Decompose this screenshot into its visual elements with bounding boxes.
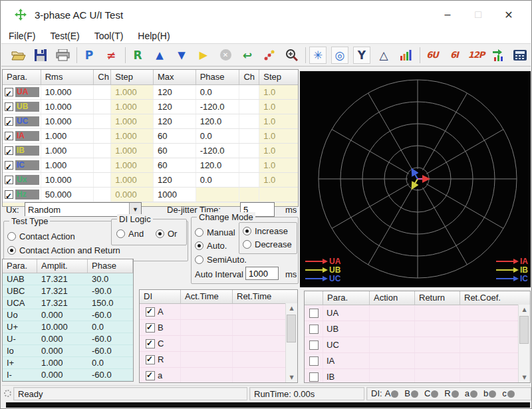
wye-connection-icon[interactable]: Y [353, 47, 370, 64]
scroll-down-icon[interactable]: ▼ [519, 372, 530, 382]
rms-cell[interactable]: 50.000 [41, 188, 94, 202]
ch-cell[interactable] [94, 85, 111, 99]
step-cell[interactable]: 1.000 [111, 114, 154, 128]
max-cell[interactable]: 60 [154, 158, 196, 172]
table-row[interactable]: UC [305, 337, 530, 353]
table-row[interactable]: IB 1.000 1.000 60 -120.0 1.0 [3, 144, 298, 158]
radio-semiauto[interactable]: SemiAuto. [195, 255, 247, 265]
ch-cell[interactable] [94, 100, 111, 114]
radio-icon[interactable] [156, 229, 164, 238]
phase-diff-icon[interactable]: ≠ [102, 47, 120, 64]
ch-cell[interactable] [94, 144, 111, 158]
step-cell[interactable]: 1.0 [259, 129, 298, 143]
step-cell[interactable]: 1.0 [259, 173, 298, 187]
save-icon[interactable] [32, 47, 49, 64]
di-checkbox[interactable] [146, 371, 155, 380]
phase-cell[interactable]: 0.0 [196, 85, 240, 99]
radio-auto[interactable]: Auto. [195, 241, 227, 251]
ch-cell[interactable] [239, 85, 259, 99]
table-row[interactable]: IA 1.000 1.000 60 0.0 1.0 [3, 129, 298, 144]
table-row[interactable]: UA 10.000 1.000 120 0.0 1.0 [3, 85, 298, 100]
step-cell[interactable]: 1.0 [259, 85, 298, 99]
close-button[interactable]: ✕ [493, 5, 524, 25]
param-checkbox[interactable] [5, 117, 13, 126]
stop-icon[interactable]: ✕ [217, 47, 234, 64]
ch-cell[interactable] [94, 114, 111, 128]
result-checkbox[interactable] [309, 341, 319, 350]
table-row[interactable]: IC 1.000 1.000 60 120.0 1.0 [3, 158, 298, 173]
scroll-down-icon[interactable]: ▼ [286, 372, 297, 382]
step-cell[interactable]: 1.000 [111, 144, 154, 158]
step-cell[interactable]: 0.000 [111, 188, 154, 202]
auto-interval-input[interactable] [245, 267, 279, 280]
phase-cell[interactable]: 0.0 [196, 173, 240, 187]
minimize-button[interactable]: – [432, 5, 463, 25]
step-cell[interactable] [259, 188, 298, 202]
rms-cell[interactable]: 10.000 [41, 85, 94, 99]
harmonics-icon[interactable] [397, 47, 414, 64]
ch-cell[interactable] [239, 114, 259, 128]
max-cell[interactable]: 60 [154, 144, 196, 158]
undo-icon[interactable]: ↩ [239, 47, 256, 64]
max-cell[interactable]: 120 [154, 173, 196, 187]
scrollbar-thumb[interactable] [287, 315, 296, 342]
start-icon[interactable]: ▶ [195, 47, 212, 64]
calculator-icon[interactable] [511, 47, 529, 64]
step-cell[interactable]: 1.000 [111, 85, 154, 99]
table-row[interactable]: C [140, 336, 297, 352]
radio-manual[interactable]: Manual [195, 227, 235, 237]
phase-cell[interactable]: 120.0 [196, 114, 240, 128]
rms-cell[interactable]: 10.000 [41, 100, 94, 114]
table-row[interactable]: IB [305, 369, 530, 383]
di-checkbox[interactable] [146, 323, 155, 333]
scroll-up-icon[interactable]: ▲ [286, 303, 297, 313]
result-checkbox[interactable] [309, 372, 319, 382]
radio-and[interactable]: And [116, 229, 144, 239]
radio-contact-action-return[interactable]: Contact Action and Return [7, 245, 120, 255]
table-row[interactable]: IA [305, 353, 530, 369]
ch-cell[interactable] [94, 158, 111, 172]
scrollbar-thumb[interactable] [519, 316, 529, 344]
max-cell[interactable]: 120 [154, 85, 196, 99]
ch-cell[interactable] [94, 188, 111, 202]
rms-cell[interactable]: 10.000 [41, 114, 94, 128]
scroll-up-icon[interactable]: ▲ [519, 305, 530, 315]
result-checkbox[interactable] [309, 325, 319, 334]
rms-cell[interactable]: 1.000 [41, 144, 94, 158]
ch-cell[interactable] [239, 100, 259, 114]
radio-contact-action[interactable]: Contact Action [7, 231, 75, 241]
di-checkbox[interactable] [146, 339, 155, 348]
radio-increase[interactable]: Increase [243, 226, 288, 236]
table-row[interactable]: UB [305, 321, 530, 337]
phase-cell[interactable]: -120.0 [196, 144, 240, 158]
param-checkbox[interactable] [5, 146, 13, 155]
ch-cell[interactable] [239, 129, 259, 143]
step-cell[interactable]: 1.0 [259, 100, 298, 114]
param-checkbox[interactable] [5, 132, 13, 140]
param-checkbox[interactable] [5, 88, 13, 96]
max-cell[interactable]: 120 [154, 114, 196, 128]
phase-cell[interactable]: -120.0 [196, 100, 240, 114]
ch-cell[interactable] [239, 173, 259, 187]
vector-view-icon[interactable]: ✳ [309, 47, 327, 64]
open-icon[interactable] [10, 47, 27, 64]
max-cell[interactable]: 120 [154, 100, 196, 114]
lower-icon[interactable]: ▼ [173, 47, 190, 64]
maximize-button[interactable]: □ [463, 5, 493, 25]
step-cell[interactable]: 1.0 [259, 144, 298, 158]
step-cell[interactable]: 1.000 [111, 129, 154, 143]
radio-icon[interactable] [195, 241, 203, 250]
max-cell[interactable]: 1000 [154, 188, 196, 202]
result-checkbox[interactable] [309, 309, 319, 318]
table-row[interactable]: Ux 10.000 1.000 120 0.0 1.0 [3, 173, 298, 188]
table-row[interactable]: UB 10.000 1.000 120 -120.0 1.0 [3, 100, 298, 114]
param-checkbox[interactable] [5, 161, 13, 170]
ch-cell[interactable] [94, 129, 111, 143]
radio-decrease[interactable]: Decrease [243, 239, 292, 249]
table-row[interactable]: a [140, 368, 297, 383]
step-cell[interactable]: 1.000 [111, 173, 154, 187]
raise-icon[interactable]: ▲ [151, 47, 168, 64]
six-voltage-icon[interactable]: 6U [424, 47, 441, 64]
rms-cell[interactable]: 1.000 [41, 129, 94, 143]
menu-item[interactable]: Help(H) [130, 31, 177, 41]
